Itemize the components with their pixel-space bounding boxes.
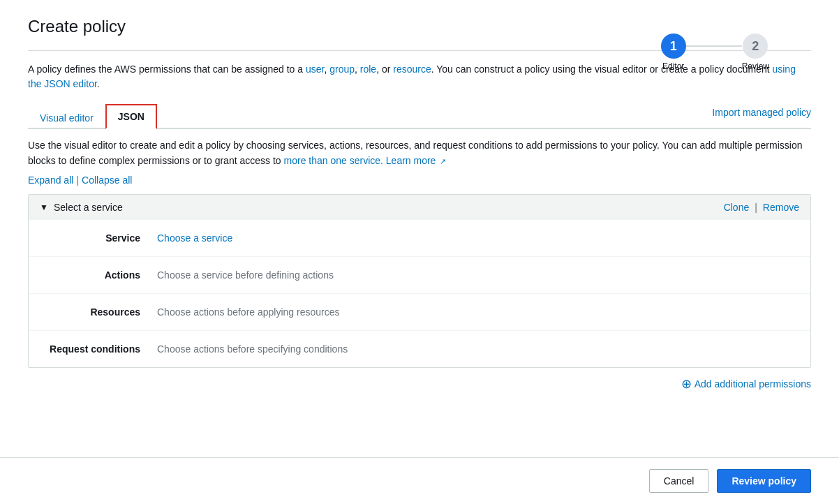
add-permissions-row: ⊕ Add additional permissions [28,376,811,392]
remove-link[interactable]: Remove [763,202,799,213]
bottom-bar: Cancel Review policy [0,457,839,504]
chevron-down-icon: ▼ [40,202,48,212]
request-conditions-label: Request conditions [45,343,157,355]
permission-block-header: ▼ Select a service Clone | Remove [29,195,810,220]
stepper-label-2: Review [742,61,769,71]
expand-all-link[interactable]: Expand all [28,175,73,186]
permission-block: ▼ Select a service Clone | Remove Servic… [28,194,811,368]
import-managed-policy-link[interactable]: Import managed policy [712,107,811,118]
resources-value: Choose actions before applying resources [157,306,340,318]
learn-more-link[interactable]: Learn more ↗ [386,155,446,166]
actions-separator: | [755,202,757,213]
stepper-step-2: 2 Review [742,34,769,71]
collapse-all-link[interactable]: Collapse all [82,175,132,186]
external-link-icon: ↗ [440,156,446,168]
clone-link[interactable]: Clone [724,202,750,213]
separator: | [76,175,79,186]
expand-collapse-row: Expand all | Collapse all [28,175,811,186]
stepper-connector [686,45,742,47]
resources-label: Resources [45,306,157,318]
add-permissions-label: Add additional permissions [695,378,811,390]
resources-row: Resources Choose actions before applying… [29,294,810,331]
tab-json[interactable]: JSON [105,104,157,129]
block-actions: Clone | Remove [724,202,799,213]
actions-label: Actions [45,269,157,281]
tabs-row: Visual editor JSON Import managed policy [28,103,811,129]
more-than-one-service-link[interactable]: more than one service. [284,155,383,166]
choose-service-link[interactable]: Choose a service [157,232,232,244]
permission-block-body: Service Choose a service Actions Choose … [29,220,810,367]
add-additional-permissions-button[interactable]: ⊕ Add additional permissions [681,376,811,392]
service-row: Service Choose a service [29,220,810,257]
user-link[interactable]: user [306,64,324,75]
role-link[interactable]: role [360,64,376,75]
cancel-button[interactable]: Cancel [649,469,709,493]
actions-row: Actions Choose a service before defining… [29,257,810,294]
resource-link[interactable]: resource [393,64,431,75]
stepper-label-1: Editor [662,61,684,71]
group-link[interactable]: group [329,64,355,75]
stepper-circle-2: 2 [743,34,768,59]
stepper: 1 Editor 2 Review [661,34,769,71]
request-conditions-value: Choose actions before specifying conditi… [157,343,348,355]
ve-description: Use the visual editor to create and edit… [28,138,811,169]
header-left: ▼ Select a service [40,202,123,213]
review-policy-button[interactable]: Review policy [717,469,811,493]
stepper-step-1: 1 Editor [661,34,686,71]
actions-value: Choose a service before defining actions [157,269,334,281]
select-service-label: Select a service [54,202,123,213]
request-conditions-row: Request conditions Choose actions before… [29,331,810,367]
plus-icon: ⊕ [681,376,692,392]
service-label: Service [45,232,157,244]
stepper-circle-1: 1 [661,34,686,59]
tab-visual-editor[interactable]: Visual editor [28,106,105,129]
